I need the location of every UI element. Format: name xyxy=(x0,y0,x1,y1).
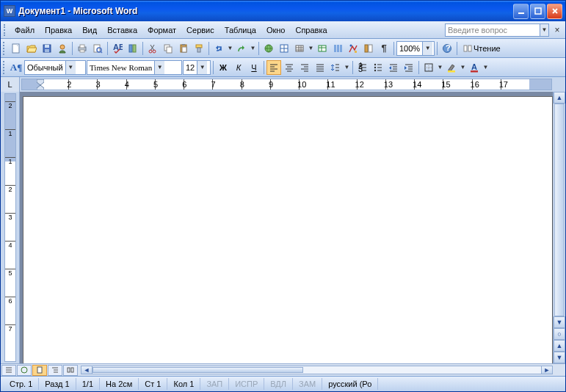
status-lang[interactable]: русский (Ро xyxy=(322,378,378,390)
permissions-button[interactable] xyxy=(55,41,70,56)
styles-pane-button[interactable]: A¶ xyxy=(9,60,23,75)
status-section[interactable]: Разд 1 xyxy=(39,378,76,390)
menu-file[interactable]: Файл xyxy=(10,24,40,36)
first-line-indent-marker[interactable] xyxy=(37,79,44,85)
new-doc-button[interactable] xyxy=(9,41,23,56)
vertical-ruler[interactable]: 211234567 xyxy=(1,92,20,363)
menu-format[interactable]: Формат xyxy=(142,24,181,36)
docmap-button[interactable] xyxy=(361,41,376,56)
document-area[interactable] xyxy=(20,92,553,363)
save-button[interactable] xyxy=(40,41,54,56)
status-at[interactable]: На 2см xyxy=(100,378,139,390)
decrease-indent-button[interactable] xyxy=(386,60,401,75)
status-ovr[interactable]: ЗАМ xyxy=(293,378,322,390)
status-line[interactable]: Ст 1 xyxy=(139,378,167,390)
print-preview-button[interactable] xyxy=(90,41,105,56)
scroll-up-button[interactable]: ▲ xyxy=(554,92,565,104)
spellcheck-button[interactable]: ABC xyxy=(110,41,125,56)
maximize-button[interactable] xyxy=(530,4,545,19)
hscroll-thumb[interactable] xyxy=(92,367,303,373)
status-pages[interactable]: 1/1 xyxy=(76,378,100,390)
menu-edit[interactable]: Правка xyxy=(40,24,77,36)
borders-dropdown[interactable]: ▼ xyxy=(437,64,443,70)
next-page-button[interactable]: ▼ xyxy=(554,352,565,363)
zoom-combo[interactable]: 100%▼ xyxy=(396,41,435,56)
insert-table-button[interactable] xyxy=(292,41,307,56)
font-size-combo[interactable]: 12▼ xyxy=(183,60,211,75)
scroll-right-button[interactable]: ► xyxy=(541,366,553,374)
bullet-list-button[interactable] xyxy=(371,60,385,75)
titlebar[interactable]: W Документ1 - Microsoft Word xyxy=(1,1,565,21)
ask-question-input[interactable]: Введите вопрос xyxy=(445,23,540,37)
minimize-button[interactable] xyxy=(513,4,529,19)
menu-table[interactable]: Таблица xyxy=(219,24,261,36)
italic-button[interactable]: К xyxy=(231,60,246,75)
menu-window[interactable]: Окно xyxy=(261,24,291,36)
font-color-button[interactable]: A xyxy=(467,60,482,75)
page[interactable] xyxy=(23,96,553,363)
status-ext[interactable]: ВДЛ xyxy=(264,378,293,390)
tab-selector[interactable]: L xyxy=(1,77,20,92)
menu-tools[interactable]: Сервис xyxy=(181,24,219,36)
menu-view[interactable]: Вид xyxy=(77,24,102,36)
underline-button[interactable]: Ч xyxy=(247,60,261,75)
align-center-button[interactable] xyxy=(282,60,297,75)
outline-view-button[interactable] xyxy=(48,365,62,376)
line-spacing-dropdown[interactable]: ▼ xyxy=(344,64,350,70)
insert-excel-button[interactable] xyxy=(315,41,330,56)
copy-button[interactable] xyxy=(161,41,175,56)
highlight-dropdown[interactable]: ▼ xyxy=(460,64,466,70)
vertical-scrollbar[interactable]: ▲ ▼ ○ ▲ ▼ xyxy=(553,92,565,363)
print-layout-view-button[interactable] xyxy=(32,365,47,376)
insert-table-dropdown[interactable]: ▼ xyxy=(308,45,314,51)
status-rec[interactable]: ЗАП xyxy=(200,378,229,390)
font-color-dropdown[interactable]: ▼ xyxy=(482,64,489,70)
numbered-list-button[interactable]: 123 xyxy=(355,60,370,75)
prev-page-button[interactable]: ▲ xyxy=(554,340,565,352)
scroll-down-button[interactable]: ▼ xyxy=(554,316,565,328)
menu-help[interactable]: Справка xyxy=(290,24,332,36)
tables-borders-button[interactable] xyxy=(277,41,291,56)
undo-dropdown[interactable]: ▼ xyxy=(227,45,233,51)
horizontal-scrollbar[interactable]: ◄ ► xyxy=(81,366,553,374)
open-button[interactable] xyxy=(24,41,39,56)
browse-object-button[interactable]: ○ xyxy=(554,328,565,340)
hyperlink-button[interactable] xyxy=(261,41,276,56)
menubar-grip[interactable] xyxy=(4,24,7,36)
show-marks-button[interactable]: ¶ xyxy=(377,41,391,56)
columns-button[interactable] xyxy=(330,41,345,56)
help-button[interactable]: ? xyxy=(440,41,454,56)
drawing-button[interactable] xyxy=(346,41,360,56)
horizontal-ruler[interactable]: 1234567891011121314151617 xyxy=(21,79,552,90)
bold-button[interactable]: Ж xyxy=(216,60,231,75)
scroll-left-button[interactable]: ◄ xyxy=(81,366,92,374)
paste-button[interactable] xyxy=(176,41,191,56)
status-col[interactable]: Кол 1 xyxy=(167,378,200,390)
research-button[interactable] xyxy=(126,41,140,56)
increase-indent-button[interactable] xyxy=(402,60,416,75)
status-page[interactable]: Стр. 1 xyxy=(4,378,39,390)
align-left-button[interactable] xyxy=(266,60,281,75)
close-button[interactable] xyxy=(547,4,562,19)
redo-button[interactable] xyxy=(234,41,249,56)
ask-question-dropdown[interactable]: ▼ xyxy=(540,23,549,37)
menu-insert[interactable]: Вставка xyxy=(102,24,142,36)
align-right-button[interactable] xyxy=(297,60,312,75)
print-button[interactable] xyxy=(75,41,90,56)
undo-button[interactable] xyxy=(211,41,226,56)
vscroll-thumb[interactable] xyxy=(554,104,565,316)
font-combo[interactable]: Times New Roman▼ xyxy=(87,60,182,75)
line-spacing-button[interactable] xyxy=(328,60,343,75)
cut-button[interactable] xyxy=(145,41,160,56)
reading-view-button[interactable] xyxy=(63,365,78,376)
borders-button[interactable] xyxy=(421,60,436,75)
web-view-button[interactable] xyxy=(17,365,32,376)
highlight-button[interactable] xyxy=(444,60,459,75)
style-combo[interactable]: Обычный▼ xyxy=(24,60,86,75)
redo-dropdown[interactable]: ▼ xyxy=(250,45,256,51)
toolbar-grip-2[interactable] xyxy=(3,61,7,74)
status-trk[interactable]: ИСПР xyxy=(229,378,264,390)
align-justify-button[interactable] xyxy=(313,60,327,75)
toolbar-grip-1[interactable] xyxy=(3,42,7,55)
close-doc-button[interactable]: × xyxy=(552,25,562,35)
